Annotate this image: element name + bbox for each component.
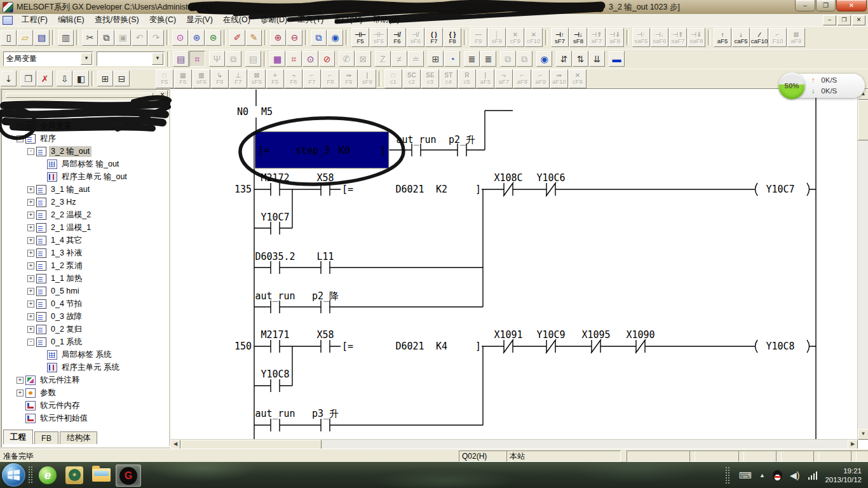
menu-工程[interactable]: 工程(F): [17, 14, 53, 26]
new-project-button[interactable]: ▯: [1, 30, 17, 46]
scroll-right-icon[interactable]: ▶: [848, 440, 858, 449]
tab-工程[interactable]: 工程: [3, 430, 33, 444]
start-button[interactable]: [2, 463, 25, 487]
volume-icon[interactable]: ◀): [790, 470, 799, 480]
ladder-symbol-cF9-button[interactable]: ✕cF9: [506, 28, 524, 47]
ladder-symbol-aF5-button[interactable]: ↑aF5: [714, 28, 731, 47]
mdi-restore-button[interactable]: ❐: [837, 15, 851, 25]
tree-item-参数[interactable]: +参数: [2, 386, 170, 399]
qq-tray-icon[interactable]: [773, 470, 782, 480]
tree-item-1_2-泵浦[interactable]: +1_2 泵浦: [2, 259, 170, 272]
tree-expand-button[interactable]: ⊟: [114, 71, 130, 86]
print-button[interactable]: ▥: [58, 30, 74, 46]
ladder-symbol-saF8-button[interactable]: ⊣⇓saF8: [688, 28, 705, 47]
network-signal-icon[interactable]: [807, 471, 817, 480]
expand-icon[interactable]: +: [17, 377, 24, 384]
taskbar-security-button[interactable]: ✶: [62, 464, 86, 485]
scan-run-button[interactable]: ⇵: [556, 51, 572, 67]
tree-item-软元件内存[interactable]: 软元件内存: [2, 399, 170, 412]
ladder-symbol-caF5-button[interactable]: ↓caF5: [732, 28, 750, 47]
expand-icon[interactable]: +: [17, 123, 24, 130]
ladder-symbol-sF6-button[interactable]: ▥sF6: [193, 69, 210, 88]
tree-item-程序[interactable]: -程序: [2, 132, 170, 145]
scan-loop-run-button[interactable]: ⇊: [589, 51, 605, 67]
ladder-symbol-F5-button[interactable]: ⊣⊢F5: [351, 28, 369, 47]
tree-item-2_1-温模_1[interactable]: +2_1 温模_1: [2, 221, 170, 234]
scan-step-run-button[interactable]: ⇅: [573, 51, 588, 67]
menu-帮助[interactable]: 帮助(H): [367, 14, 404, 26]
ladder-symbol-F7-button[interactable]: ⊥F7: [229, 69, 247, 88]
expand-icon[interactable]: +: [27, 313, 34, 320]
ladder-symbol-sF5-button[interactable]: ⊠sF5: [248, 69, 266, 88]
program-check-button[interactable]: ◉: [327, 30, 343, 46]
vertical-scrollbar[interactable]: ▲ ▼: [857, 89, 868, 440]
mdi-minimize-button[interactable]: –: [823, 15, 836, 25]
expand-icon[interactable]: +: [27, 199, 34, 206]
ladder-symbol-aF9-button[interactable]: ⊠aF9: [787, 28, 805, 47]
scroll-left-icon[interactable]: ◀: [170, 440, 180, 449]
save-project-button[interactable]: ▤: [34, 30, 50, 46]
undo-button[interactable]: ↶: [132, 30, 147, 46]
ladder-symbol-F8-button[interactable]: { }F8: [444, 28, 461, 47]
ladder-symbol-sF9-button[interactable]: │sF9: [488, 28, 506, 47]
write-mode-button[interactable]: ✐: [229, 30, 245, 46]
tab-FB[interactable]: FB: [34, 431, 58, 444]
window-swap-button[interactable]: ⧉: [311, 30, 327, 46]
monitor-condition-button[interactable]: ◔: [444, 51, 460, 67]
tree-item-程序主单元-输_out[interactable]: 程序主单元 输_out: [2, 170, 170, 183]
ladder-symbol-sF9-button[interactable]: |sF9: [358, 69, 376, 88]
tree-panel-grip[interactable]: [6, 93, 153, 98]
trace-setting-button[interactable]: Z: [375, 51, 391, 67]
label-program-tree-button[interactable]: ⌗: [189, 51, 205, 67]
ladder-symbol-aF7-button[interactable]: ¬aF7: [495, 69, 513, 88]
ladder-symbol-cF9-button[interactable]: ✕cF9: [569, 69, 587, 88]
collapse-icon[interactable]: -: [27, 339, 34, 346]
ladder-symbol-F7-button[interactable]: ⌐F7: [303, 69, 321, 88]
tree-item-2_3-Hz[interactable]: +2_3 Hz: [2, 196, 170, 208]
remote-operation-button[interactable]: ⊠: [355, 51, 371, 67]
menu-显示[interactable]: 显示(V): [181, 14, 218, 26]
tree-item-软元件初始值[interactable]: 软元件初始值: [2, 412, 170, 424]
horizontal-scrollbar[interactable]: ◀ ▶: [170, 439, 858, 449]
zoom-write-button[interactable]: ⊖: [287, 30, 302, 46]
tree-item-局部标签-输_out[interactable]: 局部标签 输_out: [2, 158, 170, 170]
vertical-scroll-thumb[interactable]: [858, 100, 868, 140]
ladder-symbol-F6-button[interactable]: ¬F6: [285, 69, 302, 88]
device-find-button[interactable]: ⊙: [302, 51, 318, 67]
expand-icon[interactable]: +: [27, 186, 34, 193]
ld-logic-test-button[interactable]: ▦: [269, 51, 285, 67]
paste-button[interactable]: ▣: [115, 30, 131, 46]
ladder-symbol-aF9-button[interactable]: ⌐aF9: [532, 69, 550, 88]
device-batch-monitor-button[interactable]: ⊞: [428, 51, 444, 67]
mdi-close-button[interactable]: ✕: [852, 15, 865, 25]
tree-item-2_2-温模_2[interactable]: +2_2 温模_2: [2, 208, 170, 221]
find-replace-button[interactable]: ⊛: [189, 30, 205, 46]
keyboard-tray-icon[interactable]: ⌨: [739, 470, 752, 480]
horizontal-scroll-thumb[interactable]: [180, 440, 322, 449]
expand-icon[interactable]: +: [27, 212, 34, 219]
expand-icon[interactable]: +: [27, 288, 34, 295]
find-string-button[interactable]: ⊜: [205, 30, 221, 46]
taskbar-gx-developer-button[interactable]: G: [116, 464, 141, 487]
ladder-symbol-F5-button[interactable]: □F5: [156, 69, 173, 88]
ladder-symbol-aF8-button[interactable]: ⊣⇓aF8: [606, 28, 624, 47]
taskbar-clock[interactable]: 19:21 2013/10/12: [825, 466, 862, 484]
find-device-button[interactable]: ⊙: [172, 30, 188, 46]
monitor-write-mode-button[interactable]: ✎: [246, 30, 262, 46]
doc-find-button[interactable]: ▤: [173, 51, 189, 67]
ladder-symbol-F7-button[interactable]: ( )F7: [425, 28, 443, 47]
ladder-symbol-saF5-button[interactable]: ⊣↑saF5: [632, 28, 650, 47]
ladder-symbol-saF6-button[interactable]: ⊣↓saF6: [651, 28, 668, 47]
tree-edit-button[interactable]: ⌗: [286, 51, 302, 67]
minimize-button[interactable]: –: [795, 0, 815, 11]
menu-查找/替换[interactable]: 查找/替换(S): [90, 14, 144, 26]
online-change-button[interactable]: ◉: [536, 51, 552, 67]
ladder-symbol-aF10-button[interactable]: ⇒aF10: [550, 69, 568, 88]
chevron-down-icon[interactable]: ▼: [81, 53, 92, 65]
ladder-symbol-aF8-button[interactable]: ⌐aF8: [513, 69, 531, 88]
window-tile-button[interactable]: ❒: [20, 71, 36, 86]
maximize-button[interactable]: ❐: [816, 0, 836, 11]
ladder-symbol-F9-button[interactable]: ⇒F9: [340, 69, 358, 88]
expand-icon[interactable]: +: [27, 250, 34, 257]
tree-item-程序主单元-系统[interactable]: 程序主单元 系统: [2, 361, 170, 374]
